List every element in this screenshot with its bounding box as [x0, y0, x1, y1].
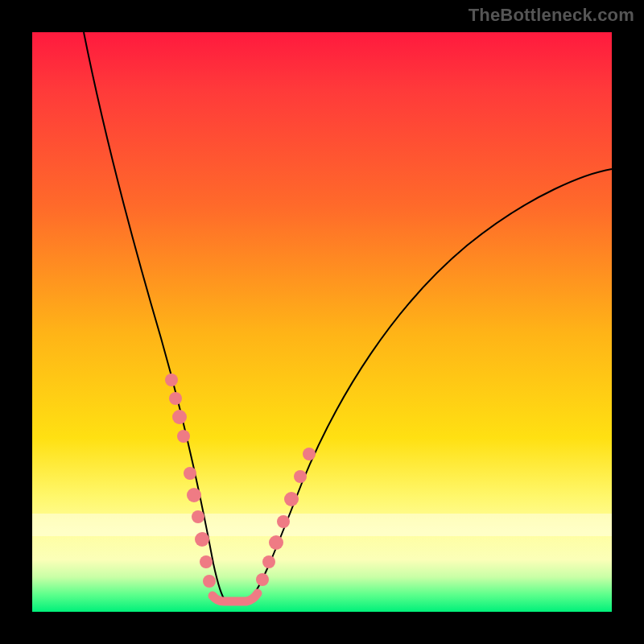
chart-frame: TheBottleneck.com	[0, 0, 644, 644]
svg-point-12	[269, 535, 283, 550]
curve-svg	[32, 32, 612, 612]
svg-point-16	[303, 448, 316, 460]
svg-point-6	[192, 510, 204, 523]
svg-point-8	[200, 555, 213, 568]
svg-point-15	[294, 470, 307, 483]
left-lower-dots	[184, 467, 216, 588]
svg-point-0	[165, 374, 178, 386]
watermark-text: TheBottleneck.com	[469, 5, 634, 26]
bottleneck-curve	[84, 32, 612, 601]
svg-point-10	[256, 573, 269, 586]
svg-point-4	[184, 467, 196, 480]
svg-point-2	[172, 410, 187, 424]
svg-point-7	[195, 532, 209, 547]
valley-highlight	[213, 593, 258, 601]
plot-area	[32, 32, 612, 612]
svg-point-14	[284, 492, 299, 506]
svg-point-13	[277, 515, 290, 528]
svg-point-9	[203, 575, 216, 588]
svg-point-1	[169, 392, 182, 405]
left-upper-dots	[165, 374, 190, 443]
right-dots	[256, 448, 316, 586]
svg-point-3	[177, 430, 190, 443]
svg-point-11	[262, 555, 275, 568]
svg-point-5	[187, 488, 201, 502]
